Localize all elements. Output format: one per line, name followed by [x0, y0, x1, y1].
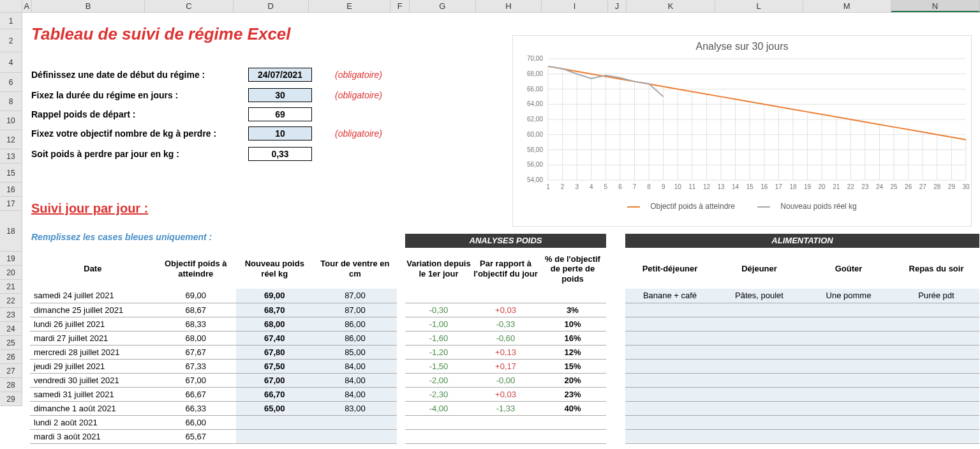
cell-repas[interactable] — [893, 331, 979, 345]
cell-nouveau[interactable]: 69,00 — [236, 289, 313, 303]
row-header-10[interactable]: 10 — [0, 111, 22, 130]
row-header-27[interactable]: 27 — [0, 364, 22, 378]
row-header-17[interactable]: 17 — [0, 197, 22, 211]
cell-dej[interactable]: Pâtes, poulet — [715, 289, 804, 303]
cell-date[interactable]: lundi 2 août 2021 — [30, 415, 156, 429]
cell-dej[interactable] — [715, 401, 804, 415]
cell-nouveau[interactable] — [236, 415, 313, 429]
cell-gouter[interactable] — [804, 401, 893, 415]
row-header-21[interactable]: 21 — [0, 280, 22, 294]
cell-petit[interactable] — [625, 345, 715, 359]
row-header-8[interactable]: 8 — [0, 92, 22, 111]
chart-container[interactable]: Analyse sur 30 jours 54,0056,0058,0060,0… — [512, 35, 972, 227]
col-header-I[interactable]: I — [542, 0, 608, 12]
cell-repas[interactable] — [893, 303, 979, 317]
cell-tour[interactable] — [313, 429, 397, 443]
row-header-18[interactable]: 18 — [0, 211, 22, 252]
param-duration-input[interactable]: 30 — [248, 88, 312, 102]
cell-dej[interactable] — [715, 429, 804, 443]
cell-dej[interactable] — [715, 415, 804, 429]
row-header-29[interactable]: 29 — [0, 392, 22, 406]
col-header-C[interactable]: C — [145, 0, 233, 12]
cell-repas[interactable] — [893, 429, 979, 443]
cell-tour[interactable]: 87,00 — [313, 303, 397, 317]
cell-dej[interactable] — [715, 345, 804, 359]
cell-nouveau[interactable]: 67,00 — [236, 373, 313, 387]
row-header-6[interactable]: 6 — [0, 73, 22, 92]
cell-petit[interactable] — [625, 429, 715, 443]
col-header-M[interactable]: M — [803, 0, 891, 12]
cell-petit[interactable] — [625, 303, 715, 317]
cell-tour[interactable]: 83,00 — [313, 401, 397, 415]
cell-date[interactable]: samedi 31 juillet 2021 — [30, 387, 156, 401]
cell-gouter[interactable] — [804, 345, 893, 359]
cell-repas[interactable] — [893, 317, 979, 331]
cell-dej[interactable] — [715, 331, 804, 345]
cell-nouveau[interactable]: 68,00 — [236, 317, 313, 331]
cell-nouveau[interactable]: 67,80 — [236, 345, 313, 359]
cell-nouveau[interactable]: 67,50 — [236, 359, 313, 373]
cell-tour[interactable]: 84,00 — [313, 387, 397, 401]
cell-repas[interactable] — [893, 345, 979, 359]
col-header-D[interactable]: D — [234, 0, 309, 12]
cell-repas[interactable] — [893, 359, 979, 373]
cell-gouter[interactable] — [804, 415, 893, 429]
col-header-H[interactable]: H — [476, 0, 542, 12]
param-target-input[interactable]: 10 — [248, 126, 312, 141]
cell-date[interactable]: dimanche 25 juillet 2021 — [30, 303, 156, 317]
cell-date[interactable]: jeudi 29 juillet 2021 — [30, 359, 156, 373]
cell-tour[interactable]: 87,00 — [313, 289, 397, 303]
cell-gouter[interactable] — [804, 359, 893, 373]
cell-petit[interactable] — [625, 373, 715, 387]
row-header-4[interactable]: 4 — [0, 52, 22, 73]
cell-date[interactable]: mardi 3 août 2021 — [30, 429, 156, 443]
col-header-E[interactable]: E — [309, 0, 390, 12]
cell-nouveau[interactable] — [236, 429, 313, 443]
row-header-15[interactable]: 15 — [0, 164, 22, 183]
row-header-26[interactable]: 26 — [0, 350, 22, 364]
cell-petit[interactable] — [625, 401, 715, 415]
cell-dej[interactable] — [715, 317, 804, 331]
cell-gouter[interactable]: Une pomme — [804, 289, 893, 303]
cell-gouter[interactable] — [804, 331, 893, 345]
col-header-L[interactable]: L — [715, 0, 803, 12]
row-header-25[interactable]: 25 — [0, 336, 22, 350]
col-header-J[interactable]: J — [608, 0, 627, 12]
cell-dej[interactable] — [715, 359, 804, 373]
row-header-20[interactable]: 20 — [0, 266, 22, 280]
cell-gouter[interactable] — [804, 387, 893, 401]
cell-petit[interactable] — [625, 415, 715, 429]
cell-date[interactable]: vendredi 30 juillet 2021 — [30, 373, 156, 387]
cell-tour[interactable]: 86,00 — [313, 317, 397, 331]
cell-dej[interactable] — [715, 387, 804, 401]
col-header-B[interactable]: B — [32, 0, 145, 12]
cell-gouter[interactable] — [804, 373, 893, 387]
cell-date[interactable]: samedi 24 juillet 2021 — [30, 289, 156, 303]
cell-tour[interactable]: 85,00 — [313, 345, 397, 359]
cell-repas[interactable] — [893, 387, 979, 401]
param-start-input[interactable]: 24/07/2021 — [248, 68, 312, 82]
cell-repas[interactable] — [893, 415, 979, 429]
col-header-N[interactable]: N — [891, 0, 979, 12]
cell-nouveau[interactable]: 66,70 — [236, 387, 313, 401]
cell-dej[interactable] — [715, 303, 804, 317]
cell-nouveau[interactable]: 65,00 — [236, 401, 313, 415]
row-header-2[interactable]: 2 — [0, 29, 22, 52]
row-header-13[interactable]: 13 — [0, 149, 22, 164]
cell-tour[interactable]: 84,00 — [313, 373, 397, 387]
cell-petit[interactable] — [625, 331, 715, 345]
row-header-22[interactable]: 22 — [0, 294, 22, 308]
cell-nouveau[interactable]: 68,70 — [236, 303, 313, 317]
cell-repas[interactable] — [893, 401, 979, 415]
col-header-G[interactable]: G — [410, 0, 476, 12]
row-header-28[interactable]: 28 — [0, 378, 22, 392]
col-header-F[interactable]: F — [390, 0, 410, 12]
col-header-A[interactable]: A — [22, 0, 32, 12]
cell-tour[interactable] — [313, 415, 397, 429]
col-header-K[interactable]: K — [627, 0, 715, 12]
cell-tour[interactable]: 84,00 — [313, 359, 397, 373]
row-header-16[interactable]: 16 — [0, 183, 22, 197]
cell-tour[interactable]: 86,00 — [313, 331, 397, 345]
row-header-1[interactable]: 1 — [0, 13, 22, 29]
cell-repas[interactable] — [893, 373, 979, 387]
